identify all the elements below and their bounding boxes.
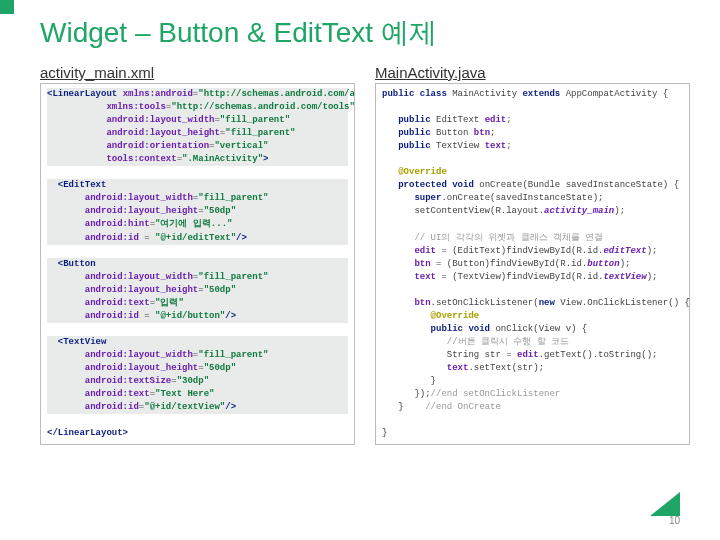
- right-column: MainActivity.java public class MainActiv…: [375, 64, 690, 445]
- decor-triangle: [650, 492, 680, 516]
- java-code: public class MainActivity extends AppCom…: [375, 83, 690, 445]
- xml-code: <LinearLayout xmlns:android="http://sche…: [40, 83, 355, 445]
- right-filename: MainActivity.java: [375, 64, 690, 81]
- accent-square: [0, 0, 14, 14]
- page-number: 10: [669, 515, 680, 526]
- left-filename: activity_main.xml: [40, 64, 355, 81]
- left-column: activity_main.xml <LinearLayout xmlns:an…: [40, 64, 355, 445]
- slide-title: Widget – Button & EditText 예제: [40, 14, 690, 52]
